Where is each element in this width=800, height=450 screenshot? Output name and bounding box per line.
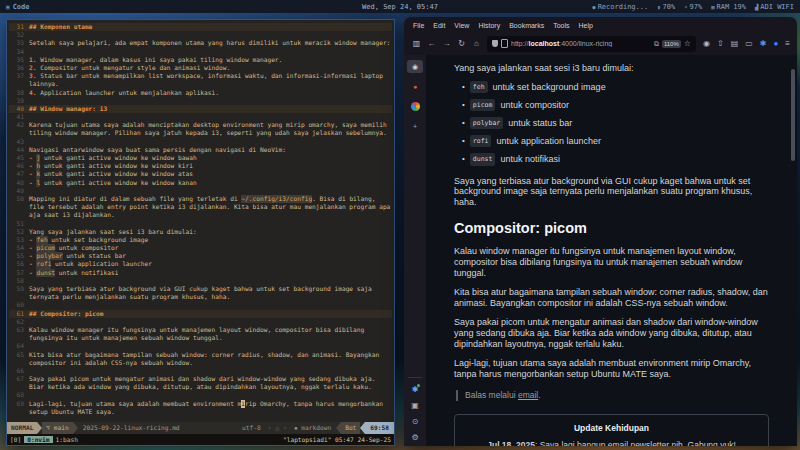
devices-icon[interactable]: ▭ <box>745 39 753 48</box>
menu-history[interactable]: History <box>478 22 500 29</box>
menu-edit[interactable]: Edit <box>433 22 445 29</box>
back-icon[interactable]: ← <box>426 39 437 48</box>
taskbar-status-label: ADI WIFI <box>760 3 794 11</box>
terminal-line: lainnya. <box>9 80 392 88</box>
zoom-level-badge[interactable]: 110% <box>662 40 681 48</box>
terminal-line: 49 <box>9 187 392 195</box>
bookmark-star-icon[interactable]: ☆ <box>684 39 691 48</box>
terminal-line: 48- l untuk ganti active window ke windo… <box>9 179 392 187</box>
tmux-window-0:nvim[interactable]: 0:nvim <box>24 436 52 443</box>
extension-sparkle-icon[interactable]: ✱ <box>760 39 767 48</box>
terminal-line: setup Ubuntu MATE saya. <box>9 408 392 416</box>
intro-paragraph: Yang saya jalankan saat sesi i3 baru dim… <box>454 63 769 74</box>
cursor-position: 69:58 <box>365 422 394 434</box>
tab-2[interactable]: ● <box>407 80 423 93</box>
line-number: 41 <box>9 113 24 121</box>
terminal-text: - <box>29 252 36 260</box>
list-item-text: untuk set background image <box>493 82 606 93</box>
email-link[interactable]: email <box>518 390 538 400</box>
line-number <box>9 383 24 391</box>
page-info-icon[interactable] <box>501 39 508 48</box>
reload-icon[interactable]: ↻ <box>456 39 467 48</box>
terminal-text: setup Ubuntu MATE saya. <box>29 408 115 416</box>
terminal-line: 60 <box>9 301 392 309</box>
menu-help[interactable]: Help <box>579 22 593 29</box>
terminal-text: - <box>29 269 36 277</box>
tmux-window-1:bash[interactable]: 1:bash <box>53 436 81 443</box>
line-number: 64 <box>9 342 24 350</box>
new-tab-button-glyph: + <box>413 123 417 130</box>
list-item-text: untuk notifikasi <box>500 154 560 165</box>
terminal-text: untuk ganti active window ke window bawa… <box>40 154 196 162</box>
settings-gear-icon[interactable]: ⚙ <box>411 433 418 442</box>
ai-sparkle-icon[interactable]: ✱ <box>412 385 419 394</box>
account-icon[interactable]: ◉ <box>703 39 710 48</box>
line-number: 62 <box>9 318 24 326</box>
line-number: 53 <box>9 236 24 244</box>
terminal-line: 351. Window manager, dalam kasus ini say… <box>9 56 392 64</box>
taskbar-status-label: RAM 19% <box>716 3 746 11</box>
terminal-line: 64 <box>9 342 392 350</box>
line-number: 33 <box>9 39 24 47</box>
terminal-text: rip Omarchy, tanpa harus mengorbankan <box>245 400 383 408</box>
line-number: 40 <box>9 105 24 113</box>
line-number: 58 <box>9 277 24 285</box>
bullet-dot-icon: • <box>462 118 465 129</box>
share-icon[interactable]: ⇧ <box>717 39 724 48</box>
inline-code-chip: picom <box>470 99 496 112</box>
reader-mode-icon[interactable]: ⧉ <box>654 40 659 48</box>
list-item: •picomuntuk compositor <box>462 99 769 112</box>
menu-view[interactable]: View <box>454 22 469 29</box>
terminal-window[interactable]: 31## Komponen utama3233Setelah saya pela… <box>6 19 395 446</box>
terminal-text: - <box>29 260 36 268</box>
terminal-text: ~/.config/i3/config <box>241 195 312 203</box>
tab-3[interactable] <box>407 100 423 113</box>
list-item-text: untuk application launcher <box>496 136 601 147</box>
sidebar-toggle-icon[interactable]: ▥ <box>411 39 422 48</box>
terminal-text: untuk set background image <box>48 236 149 244</box>
filetype-indicator: ▪ markdown <box>289 422 336 434</box>
new-tab-button[interactable]: + <box>407 120 423 133</box>
url-bar[interactable]: http://localhost:4000/linux-ricing ⧉ 110… <box>487 36 696 52</box>
line-number: 36 <box>9 64 24 72</box>
taskbar-status-label: 97% <box>689 3 702 11</box>
terminal-text: untuk ganti active window ke window kana… <box>40 179 196 187</box>
tracking-shield-icon[interactable] <box>492 40 498 47</box>
home-icon[interactable]: ⌂ <box>471 39 482 48</box>
taskbar: ▣ Code Wed, Sep 24, 05:47 ●Recording...▮… <box>0 0 800 13</box>
terminal-text: Kalau window manager itu fungsinya untuk… <box>29 326 364 334</box>
menu-file[interactable]: File <box>413 22 424 29</box>
terminal-text: - <box>29 244 36 252</box>
join-link[interactable]: Gabung yuk! <box>688 440 736 446</box>
tmux-windows: 0:nvim1:bash <box>24 436 81 443</box>
scrollbar-thumb[interactable] <box>791 69 795 161</box>
terminal-line: aja saat i3 dijalankan. <box>9 211 392 219</box>
line-number: 34 <box>9 48 24 56</box>
line-number: 65 <box>9 351 24 359</box>
menu-bookmarks[interactable]: Bookmarks <box>509 22 544 29</box>
taskbar-status-item: ▟ADI WIFI <box>755 3 794 11</box>
browser-window[interactable]: FileEditViewHistoryBookmarksToolsHelp ▥←… <box>404 17 797 446</box>
save-page-icon[interactable]: ▤ <box>731 39 739 48</box>
reply-blockquote: Balas melalui email. <box>456 390 769 401</box>
terminal-buffer[interactable]: 31## Komponen utama3233Setelah saya pela… <box>7 20 394 422</box>
menu-tools[interactable]: Tools <box>553 22 569 29</box>
line-number: 57 <box>9 269 24 277</box>
menu-icon[interactable]: ≡ <box>785 39 790 48</box>
forward-icon[interactable]: → <box>441 39 452 48</box>
url-text[interactable]: http://localhost:4000/linux-ricing <box>511 40 651 47</box>
terminal-text: Status bar untuk menampilkan list worksp… <box>40 72 383 80</box>
line-number: 61 <box>9 310 24 318</box>
terminal-line: 67Saya pakai picom untuk mengatur animas… <box>9 375 392 383</box>
recording-icon: ● <box>592 4 595 10</box>
line-number: 56 <box>9 260 24 268</box>
terminal-text: ## Window manager: i3 <box>29 105 107 113</box>
brightness-icon: ☀ <box>684 4 687 10</box>
images-icon[interactable]: ▣ <box>411 401 419 410</box>
terminal-text: Kita bisa atur bagaimana tampilan sebuah… <box>29 351 379 359</box>
extension-circle-icon[interactable]: ● <box>773 39 778 48</box>
line-number: 46 <box>9 162 24 170</box>
tab-linux-ricing[interactable]: ◉ <box>407 60 423 73</box>
terminal-line: 44Navigasi antarwindow saya buat sama pe… <box>9 146 392 154</box>
history-clock-icon[interactable]: ⊙ <box>412 417 419 426</box>
